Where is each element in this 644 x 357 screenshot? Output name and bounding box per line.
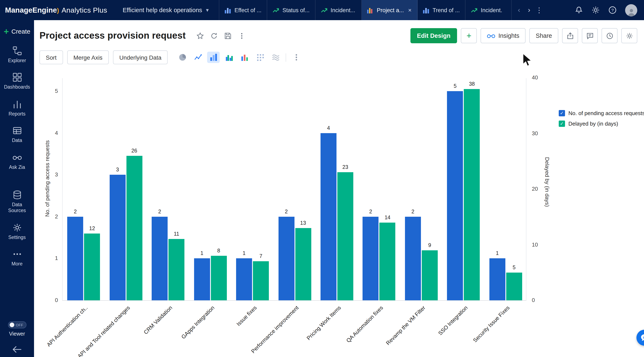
create-button[interactable]: + Create: [4, 27, 30, 36]
tab-effect-of[interactable]: Effect of ...: [219, 0, 268, 20]
bar-crm-validation-pending[interactable]: [152, 217, 168, 300]
gear-icon[interactable]: [592, 6, 600, 14]
x-axis-label: Performance improvement: [250, 304, 300, 354]
bar-gapps-integration-pending[interactable]: [194, 258, 210, 300]
bar-api-and-tool-related-changes-pending[interactable]: [110, 175, 126, 300]
explorer-icon: [12, 46, 22, 56]
plus-icon: +: [4, 27, 9, 36]
bars-blue-icon: [225, 7, 231, 13]
user-avatar[interactable]: [625, 4, 637, 16]
workspace-selector[interactable]: Efficient help desk operations ▼: [123, 7, 210, 14]
tab-label: Project a...: [377, 7, 404, 13]
tab-scroll-left-icon[interactable]: ‹: [514, 6, 524, 15]
edit-design-button[interactable]: Edit Design: [410, 28, 457, 43]
bar-value-label: 1: [194, 250, 210, 256]
chart-plot[interactable]: 2123262111817213423214295381501234501020…: [62, 78, 526, 301]
bar-pricing-work-items-pending[interactable]: [320, 133, 336, 300]
legend-item-delayed-by-in-days[interactable]: ✓Delayed by (in days): [559, 120, 644, 127]
sidebar-item-more[interactable]: More: [0, 245, 34, 272]
bar-api-and-tool-related-changes-delayed[interactable]: [126, 156, 142, 300]
settings-icon: [12, 223, 22, 232]
sidebar-item-label: Ask Zia: [9, 164, 25, 170]
tab-trend-of[interactable]: Trend of ...: [417, 0, 466, 20]
bar-performance-improvement-pending[interactable]: [278, 217, 294, 300]
data-icon: [12, 126, 22, 135]
bar-performance-improvement-delayed[interactable]: [295, 228, 311, 300]
zia-glasses-icon: [12, 153, 22, 162]
bar-security-issue-fixes-delayed[interactable]: [506, 272, 522, 300]
tab-scroll-right-icon[interactable]: ›: [524, 6, 534, 15]
sidebar-item-ask-zia[interactable]: Ask Zia: [0, 148, 34, 175]
save-icon[interactable]: [224, 32, 232, 39]
bar-value-label: 7: [252, 254, 269, 259]
tab-incident[interactable]: Incident...: [316, 0, 362, 20]
zia-glasses-icon: [487, 33, 496, 38]
bars-blue-icon: [423, 7, 429, 13]
header-actions: Edit Design + Insights Share: [410, 28, 637, 43]
tab-status-of[interactable]: Status of...: [268, 0, 316, 20]
tab-project-a[interactable]: Project a...×: [362, 0, 417, 20]
tab-overflow-kebab-icon[interactable]: ⋮: [534, 6, 544, 15]
viewer-toggle[interactable]: OFF: [8, 321, 26, 328]
collapse-sidebar-icon[interactable]: [12, 345, 22, 354]
bar-sso-integration-pending[interactable]: [447, 91, 463, 300]
bar-api-authentication-ch-pending[interactable]: [67, 217, 83, 300]
chart-area: 2123262111817213423214295381501234501020…: [34, 60, 644, 357]
sidebar-item-settings[interactable]: Settings: [0, 218, 34, 245]
bar-api-authentication-ch-delayed[interactable]: [84, 234, 100, 300]
sidebar-item-dashboards[interactable]: Dashboards: [0, 68, 34, 95]
comment-icon: [586, 32, 594, 39]
bar-crm-validation-delayed[interactable]: [168, 239, 184, 300]
svg-text:?: ?: [611, 8, 614, 12]
add-button[interactable]: +: [461, 28, 477, 43]
toggle-knob: [10, 322, 14, 327]
viewer-label: Viewer: [9, 331, 25, 337]
reports-icon: [12, 100, 22, 109]
tab-incident[interactable]: Incident.: [466, 0, 512, 20]
bar-qa-automation-fixes-delayed[interactable]: [380, 222, 396, 300]
x-axis-label: QA Automation fixes: [345, 304, 384, 344]
dashboards-icon: [12, 73, 22, 82]
bar-sso-integration-delayed[interactable]: [464, 89, 480, 300]
settings-icon: [626, 32, 633, 39]
legend-label: No. of pending access requests: [568, 110, 644, 116]
bar-issue-fixes-pending[interactable]: [236, 258, 252, 300]
settings-button[interactable]: [621, 28, 637, 43]
app-window: ManageEngine ) Analytics Plus Efficient …: [0, 0, 644, 357]
bar-revamp-the-vm-filter-delayed[interactable]: [422, 250, 438, 300]
kebab-icon[interactable]: [238, 32, 245, 39]
bar-gapps-integration-delayed[interactable]: [211, 256, 227, 300]
sidebar-item-explorer[interactable]: Explorer: [0, 42, 34, 68]
bell-icon[interactable]: [575, 6, 583, 14]
comment-button[interactable]: [582, 28, 598, 43]
bar-issue-fixes-delayed[interactable]: [253, 262, 269, 300]
top-bar: ManageEngine ) Analytics Plus Efficient …: [0, 0, 644, 20]
bar-pricing-work-items-delayed[interactable]: [337, 172, 353, 300]
right-axis-tick: 10: [532, 241, 538, 248]
bar-revamp-the-vm-filter-pending[interactable]: [405, 217, 421, 300]
sidebar-item-data-sources[interactable]: DataSources: [0, 186, 34, 218]
star-icon[interactable]: [196, 32, 204, 39]
export-button[interactable]: [562, 28, 578, 43]
bar-value-label: 5: [447, 83, 464, 89]
legend-item-no-of-pending-access-requests[interactable]: ✓No. of pending access requests: [559, 110, 644, 116]
share-button[interactable]: Share: [530, 28, 558, 43]
history-button[interactable]: [602, 28, 618, 43]
close-tab-icon[interactable]: ×: [408, 7, 412, 14]
more-icon: [12, 250, 22, 259]
chat-icon: [640, 334, 644, 342]
bar-security-issue-fixes-pending[interactable]: [490, 258, 505, 300]
sidebar-item-data[interactable]: Data: [0, 122, 34, 148]
insights-button[interactable]: Insights: [481, 28, 526, 43]
x-axis-labels: API Authentication ch..API and Tool rela…: [62, 300, 526, 357]
legend-checkbox-icon[interactable]: ✓: [559, 120, 565, 127]
sidebar-item-reports[interactable]: Reports: [0, 95, 34, 122]
help-icon[interactable]: ?: [608, 6, 617, 14]
legend-checkbox-icon[interactable]: ✓: [559, 110, 565, 116]
page-title: Project access provision request: [40, 30, 186, 41]
bar-qa-automation-fixes-pending[interactable]: [363, 217, 379, 300]
x-axis-label: Pricing Work Items: [306, 304, 342, 341]
bar-value-label: 5: [506, 264, 522, 270]
refresh-icon[interactable]: [210, 32, 218, 39]
bar-value-label: 2: [151, 209, 168, 214]
